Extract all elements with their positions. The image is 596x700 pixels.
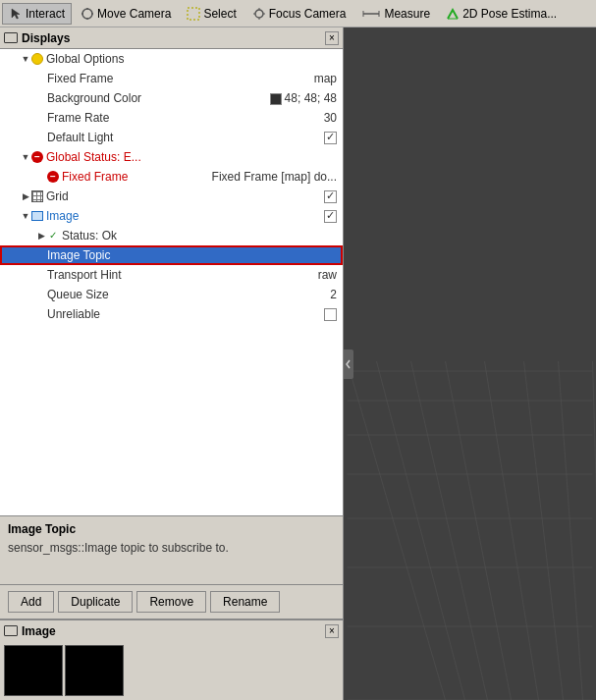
focus-camera-button[interactable]: Focus Camera bbox=[245, 3, 353, 25]
displays-header: Displays × bbox=[0, 27, 343, 49]
grid-checkbox[interactable] bbox=[324, 190, 337, 203]
select-button[interactable]: Select bbox=[180, 3, 243, 25]
default-light-label: Default Light bbox=[47, 131, 324, 144]
grid-icon bbox=[31, 190, 43, 202]
measure-button[interactable]: Measure bbox=[354, 3, 437, 25]
fixed-error-arrow bbox=[35, 172, 47, 182]
image-label: Image bbox=[46, 209, 324, 223]
tree-item-frame-rate[interactable]: Frame Rate 30 bbox=[0, 108, 343, 128]
image-thumbnail-1 bbox=[4, 645, 63, 696]
unreliable-value bbox=[324, 307, 343, 321]
unreliable-label: Unreliable bbox=[47, 307, 324, 321]
image-section-title-text: Image bbox=[22, 624, 56, 638]
tree-item-image-topic[interactable]: Image Topic bbox=[0, 245, 343, 265]
displays-title-text: Displays bbox=[22, 31, 70, 45]
grid-visualization bbox=[344, 27, 596, 700]
collapse-handle[interactable] bbox=[344, 350, 353, 379]
svg-line-19 bbox=[593, 361, 597, 700]
duplicate-button[interactable]: Duplicate bbox=[58, 591, 133, 613]
global-status-label: Global Status: E... bbox=[46, 150, 343, 164]
select-icon bbox=[187, 7, 200, 21]
unreliable-checkbox[interactable] bbox=[324, 308, 337, 321]
rename-button[interactable]: Rename bbox=[210, 591, 280, 613]
move-camera-label: Move Camera bbox=[97, 7, 171, 21]
pose-estimate-label: 2D Pose Estima... bbox=[462, 7, 557, 21]
frame-rate-value: 30 bbox=[324, 111, 343, 125]
left-panel: Displays × ▼ Global Options Fixed Frame … bbox=[0, 27, 344, 700]
right-viewport bbox=[344, 27, 596, 700]
pose-estimate-button[interactable]: 2D Pose Estima... bbox=[439, 3, 564, 25]
tree-item-unreliable[interactable]: Unreliable bbox=[0, 304, 343, 324]
image-monitor-icon bbox=[4, 625, 18, 636]
grid-svg bbox=[344, 27, 596, 700]
image-section: Image × bbox=[0, 619, 343, 700]
add-button[interactable]: Add bbox=[8, 591, 54, 613]
svg-point-2 bbox=[255, 10, 263, 18]
fixed-frame-label: Fixed Frame bbox=[47, 72, 314, 85]
image-section-header: Image × bbox=[0, 619, 343, 641]
displays-close-button[interactable]: × bbox=[325, 31, 339, 45]
pose-icon bbox=[446, 7, 460, 21]
move-icon bbox=[81, 7, 94, 21]
move-camera-button[interactable]: Move Camera bbox=[74, 3, 178, 25]
unreliable-arrow bbox=[35, 309, 47, 319]
remove-button[interactable]: Remove bbox=[136, 591, 206, 613]
grid-label: Grid bbox=[46, 189, 324, 203]
info-description: sensor_msgs::Image topic to subscribe to… bbox=[8, 540, 335, 557]
tree-item-transport-hint[interactable]: Transport Hint raw bbox=[0, 265, 343, 285]
global-status-arrow: ▼ bbox=[20, 152, 31, 162]
monitor-icon bbox=[4, 32, 18, 43]
tree-item-default-light[interactable]: Default Light bbox=[0, 128, 343, 147]
default-light-arrow bbox=[35, 133, 47, 142]
interact-label: Interact bbox=[26, 7, 65, 21]
fixed-frame-error-label: Fixed Frame bbox=[62, 170, 212, 184]
default-light-checkbox[interactable] bbox=[324, 132, 337, 144]
svg-line-14 bbox=[411, 361, 488, 700]
focus-icon bbox=[252, 7, 266, 21]
image-topic-label: Image Topic bbox=[47, 248, 343, 262]
frame-rate-label: Frame Rate bbox=[47, 111, 324, 125]
image-section-close[interactable]: × bbox=[325, 624, 339, 638]
image-topic-arrow bbox=[35, 250, 47, 260]
image-icon bbox=[31, 211, 43, 221]
tree-item-background-color[interactable]: Background Color 48; 48; 48 bbox=[0, 88, 343, 108]
measure-label: Measure bbox=[384, 7, 430, 21]
default-light-value bbox=[324, 131, 343, 144]
fixed-error-icon: − bbox=[47, 171, 59, 183]
image-preview bbox=[0, 641, 343, 700]
image-section-title: Image bbox=[4, 624, 56, 638]
collapse-arrow-icon bbox=[346, 359, 352, 369]
svg-line-18 bbox=[559, 361, 583, 700]
tree-item-status-ok[interactable]: ▶ ✓ Status: Ok bbox=[0, 226, 343, 245]
svg-point-0 bbox=[82, 9, 92, 19]
tree-item-image[interactable]: ▼ Image bbox=[0, 206, 343, 226]
svg-line-17 bbox=[524, 361, 564, 700]
transport-hint-arrow bbox=[35, 270, 47, 280]
tree-item-queue-size[interactable]: Queue Size 2 bbox=[0, 285, 343, 304]
image-checkbox-value bbox=[324, 209, 343, 223]
status-ok-arrow: ▶ bbox=[35, 231, 47, 241]
tree-item-global-status-fixed[interactable]: − Fixed Frame Fixed Frame [map] do... bbox=[0, 167, 343, 187]
main-layout: Displays × ▼ Global Options Fixed Frame … bbox=[0, 27, 596, 700]
tree-item-grid[interactable]: ▶ Grid bbox=[0, 187, 343, 206]
tree-item-global-status[interactable]: ▼ − Global Status: E... bbox=[0, 147, 343, 167]
fixed-frame-value: map bbox=[314, 72, 343, 85]
tree-panel: ▼ Global Options Fixed Frame map Backgro… bbox=[0, 49, 343, 516]
tree-item-fixed-frame[interactable]: Fixed Frame map bbox=[0, 69, 343, 88]
action-bar: Add Duplicate Remove Rename bbox=[0, 585, 343, 619]
select-label: Select bbox=[203, 7, 236, 21]
interact-button[interactable]: Interact bbox=[2, 3, 72, 25]
fixed-frame-arrow bbox=[35, 74, 47, 83]
transport-hint-value: raw bbox=[318, 268, 343, 282]
background-color-value: 48; 48; 48 bbox=[270, 91, 343, 105]
global-options-label: Global Options bbox=[46, 52, 343, 66]
close-icon: × bbox=[329, 32, 335, 43]
image-arrow: ▼ bbox=[20, 211, 31, 221]
svg-line-16 bbox=[485, 361, 539, 700]
color-swatch bbox=[270, 93, 282, 105]
status-ok-label: Status: Ok bbox=[62, 229, 343, 242]
image-checkbox[interactable] bbox=[324, 210, 337, 223]
svg-rect-1 bbox=[188, 8, 199, 20]
tree-item-global-options[interactable]: ▼ Global Options bbox=[0, 49, 343, 69]
expand-arrow: ▼ bbox=[20, 54, 31, 64]
